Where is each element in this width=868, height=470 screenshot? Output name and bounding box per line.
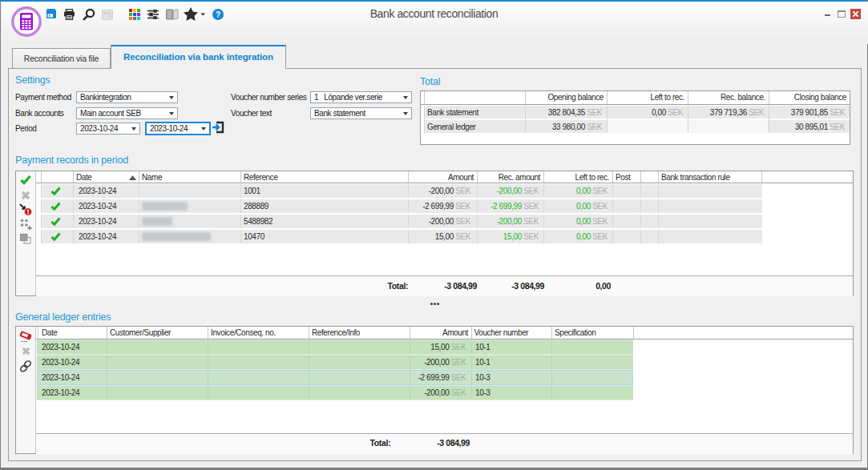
svg-text:?: ? <box>216 10 220 19</box>
